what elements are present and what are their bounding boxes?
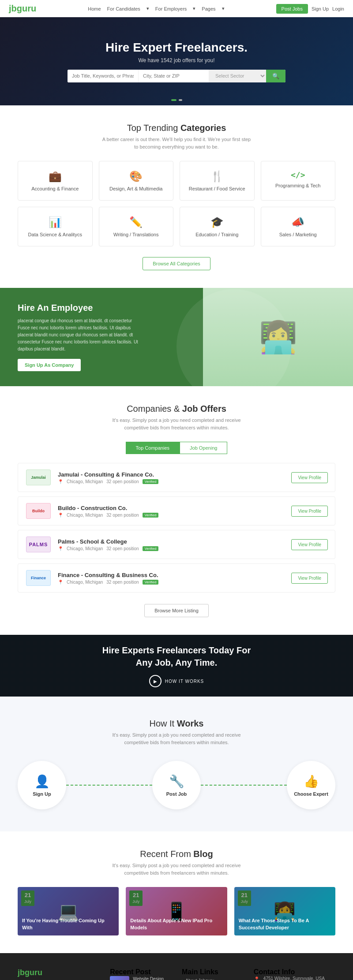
- category-name: Design, Art & Multimedia: [104, 186, 169, 191]
- category-card[interactable]: </> Programming & Tech: [261, 161, 336, 201]
- company-row: Jamulai Jamulai - Consulting & Finance C…: [18, 463, 335, 492]
- category-card[interactable]: 🎓 Education / Training: [180, 207, 255, 246]
- footer: jbguru Aliquam erat volutpat. Proin grav…: [0, 953, 353, 980]
- footer-contact-info: 📍 4751 Wilshire, Sunnyvale, USA 📞 852-54…: [254, 976, 335, 980]
- blog-post-card[interactable]: 💻 21 July If You're Having Trouble Comin…: [18, 887, 119, 935]
- login-button[interactable]: Login: [332, 6, 344, 11]
- companies-title: Companies & Job Offers: [18, 404, 335, 414]
- tab-top-companies[interactable]: Top Companies: [126, 442, 180, 454]
- search-button[interactable]: 🔍: [266, 70, 285, 82]
- category-card[interactable]: 💼 Accounting & Finance: [18, 161, 93, 201]
- search-keyword-input[interactable]: [68, 70, 138, 82]
- blog-post-title: What Are Those Steps To Be A Successful …: [234, 913, 335, 935]
- step-connector: [62, 785, 157, 786]
- categories-grid: 💼 Accounting & Finance 🎨 Design, Art & M…: [18, 161, 335, 246]
- hire-desc: placerat congue dui rhoncus sem at bland…: [18, 317, 141, 353]
- category-name: Education / Training: [184, 232, 250, 237]
- category-card[interactable]: 🎨 Design, Art & Multimedia: [99, 161, 174, 201]
- tab-job-opening[interactable]: Job Opening: [180, 442, 227, 454]
- category-card[interactable]: 📣 Sales / Marketing: [261, 207, 336, 246]
- hire-content: Hire An Employee placerat congue dui rho…: [0, 288, 203, 386]
- blog-post-card[interactable]: 📱 21 July Details About Apple's New IPad…: [126, 887, 227, 935]
- hero-title: Hire Expert Freelancers.: [68, 41, 285, 55]
- view-profile-button[interactable]: View Profile: [291, 573, 328, 584]
- cta-title: Hire Experts Freelancers Today For Any J…: [102, 644, 251, 669]
- step-signup-label: Sign Up: [33, 791, 51, 797]
- blog-overlay: What Are Those Steps To Be A Successful …: [234, 887, 335, 935]
- location-icon: 📍: [58, 580, 63, 585]
- category-card[interactable]: ✏️ Writing / Translations: [99, 207, 174, 246]
- category-name: Data Science & Analitycs: [23, 232, 88, 237]
- footer-link[interactable]: About Jobguru: [182, 978, 214, 980]
- hire-signup-button[interactable]: Sign Up As Company: [18, 359, 81, 371]
- step-connector: [196, 785, 291, 786]
- nav-pages[interactable]: Pages: [202, 6, 215, 11]
- view-profile-button[interactable]: View Profile: [291, 472, 328, 483]
- view-profile-button[interactable]: View Profile: [291, 539, 328, 550]
- company-meta: 📍 Chicago, Michigan 32 open position Ver…: [58, 546, 291, 551]
- writing-icon: ✏️: [104, 216, 169, 228]
- blog-post-card[interactable]: 👩‍💻 21 July What Are Those Steps To Be A…: [234, 887, 335, 935]
- restaurant-icon: 🍴: [184, 170, 250, 183]
- signup-step-icon: 👤: [34, 774, 50, 789]
- nav-logo: jbguru: [9, 4, 36, 14]
- company-info: Buildo - Construction Co. 📍 Chicago, Mic…: [58, 505, 291, 518]
- category-name: Restaurant / Food Service: [184, 186, 250, 191]
- search-sector-select[interactable]: Select Sector: [209, 70, 266, 82]
- play-button[interactable]: ▶ HOW IT WORKS: [149, 675, 204, 687]
- categories-subtitle: A better career is out there. We'll help…: [101, 136, 252, 150]
- blog-post-image: 💻 21 July If You're Having Trouble Comin…: [18, 887, 119, 935]
- company-logo-text: Jamulai: [31, 475, 46, 480]
- location-icon: 📍: [58, 546, 63, 551]
- hero-section: Hire Expert Freelancers. We have 1542 jo…: [0, 17, 353, 105]
- hero-search-bar: Select Sector 🔍: [68, 70, 285, 82]
- signup-button[interactable]: Sign Up: [312, 6, 329, 11]
- category-name: Sales / Marketing: [266, 232, 331, 237]
- browse-categories-button[interactable]: Browse All Categories: [143, 257, 210, 270]
- address-icon: 📍: [254, 976, 260, 980]
- blog-subtitle: It's easy. Simply post a job you need co…: [101, 862, 252, 876]
- nav-candidates[interactable]: For Candidates: [107, 6, 140, 11]
- nav-links: Home For Candidates ▾ For Employers ▾ Pa…: [88, 6, 224, 11]
- footer-post-thumbnail: 💻: [110, 976, 129, 980]
- play-label: HOW IT WORKS: [165, 679, 204, 684]
- footer-grid: jbguru Aliquam erat volutpat. Proin grav…: [18, 968, 335, 980]
- search-location-input[interactable]: [138, 70, 209, 82]
- blog-section: Recent From Blog It's easy. Simply post …: [0, 831, 353, 953]
- education-icon: 🎓: [184, 216, 250, 228]
- browse-more-button[interactable]: Browse More Listing: [144, 604, 209, 617]
- hire-title: Hire An Employee: [18, 303, 185, 313]
- category-card[interactable]: 📊 Data Science & Analitycs: [18, 207, 93, 246]
- post-job-button[interactable]: Post Jobs: [276, 4, 308, 14]
- company-info: Palms - School & College 📍 Chicago, Mich…: [58, 538, 291, 551]
- verified-badge: Verified: [143, 479, 159, 484]
- hero-dots: [171, 99, 182, 101]
- company-logo: Buildo: [25, 502, 52, 520]
- company-info: Finance - Consulting & Business Co. 📍 Ch…: [58, 572, 291, 585]
- blog-post-image: 📱 21 July Details About Apple's New IPad…: [126, 887, 227, 935]
- footer-links-col: Main Links About Jobguru Delivery Inform…: [182, 968, 243, 980]
- accounting-icon: 💼: [23, 170, 88, 183]
- how-title: How It Works: [18, 719, 335, 729]
- hire-image: 👩‍💻: [203, 288, 353, 386]
- category-name: Accounting & Finance: [23, 186, 88, 191]
- footer-post-title: Website Design Trends For 2018: [133, 976, 171, 980]
- nav-home[interactable]: Home: [88, 6, 101, 11]
- blog-post-title: If You're Having Trouble Coming Up With: [18, 913, 119, 935]
- how-it-works-section: How It Works It's easy. Simply post a jo…: [0, 697, 353, 831]
- blog-title: Recent From Blog: [18, 849, 335, 859]
- footer-recent-posts-title: Recent Post: [110, 968, 171, 976]
- play-circle-icon: ▶: [149, 675, 161, 687]
- footer-post-item: 💻 Website Design Trends For 2018 January…: [110, 976, 171, 980]
- view-profile-button[interactable]: View Profile: [291, 506, 328, 517]
- company-name: Finance - Consulting & Business Co.: [58, 572, 291, 578]
- categories-title: Top Trending Categories: [18, 123, 335, 133]
- contact-address: 📍 4751 Wilshire, Sunnyvale, USA: [254, 976, 335, 980]
- nav-employers[interactable]: For Employers: [155, 6, 187, 11]
- how-subtitle: It's easy. Simply post a job you need co…: [101, 731, 252, 746]
- footer-contact-title: Contact Info: [254, 968, 335, 976]
- blog-post-image: 👩‍💻 21 July What Are Those Steps To Be A…: [234, 887, 335, 935]
- company-row: Finance Finance - Consulting & Business …: [18, 563, 335, 592]
- category-card[interactable]: 🍴 Restaurant / Food Service: [180, 161, 255, 201]
- step-post-job-label: Post Job: [166, 791, 187, 797]
